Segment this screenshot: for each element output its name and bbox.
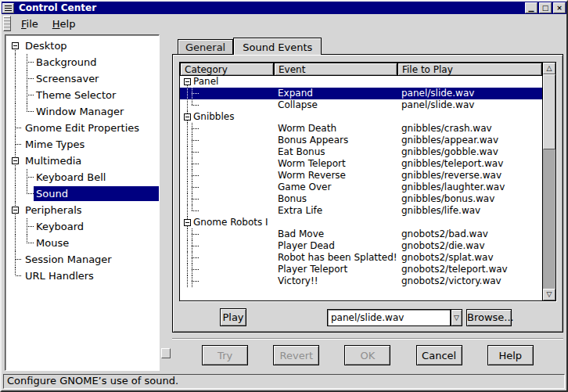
sidebar-item-desktop[interactable]: Desktop bbox=[5, 38, 159, 54]
table-row[interactable]: Robot has been Splatted!gnobots2/splat.w… bbox=[180, 252, 542, 264]
sidebar-item-label: Background bbox=[34, 55, 101, 70]
column-header-event[interactable]: Event bbox=[274, 63, 397, 76]
table-row[interactable]: Victory!!gnobots2/victory.wav bbox=[180, 275, 542, 287]
main-area: DesktopBackgroundScreensaverTheme Select… bbox=[2, 33, 566, 374]
table-row[interactable]: Bonus Appearsgnibbles/appear.wav bbox=[180, 135, 542, 146]
tree-connector-line bbox=[187, 240, 188, 252]
maximize-icon[interactable]: □ bbox=[539, 2, 552, 13]
sidebar-item-mouse[interactable]: Mouse bbox=[5, 235, 159, 251]
event-cell: Extra Life bbox=[274, 205, 397, 217]
scroll-up-icon[interactable]: △ bbox=[543, 63, 555, 74]
table-row[interactable]: Worm Reversegnibbles/reverse.wav bbox=[180, 170, 542, 182]
menu-file[interactable]: File bbox=[14, 16, 45, 31]
sidebar-item-label: URL Handlers bbox=[23, 268, 98, 283]
play-button[interactable]: Play bbox=[220, 308, 246, 326]
table-row[interactable]: Gnibbles bbox=[180, 111, 542, 123]
pane-resize-handle[interactable] bbox=[161, 348, 171, 358]
table-row[interactable]: Collapsepanel/slide.wav bbox=[180, 99, 542, 111]
file-cell: gnobots2/victory.wav bbox=[397, 275, 542, 287]
sidebar-item-label: Theme Selector bbox=[34, 88, 120, 102]
event-cell: Player Teleport bbox=[274, 264, 397, 275]
tree-connector-line bbox=[187, 88, 188, 99]
sidebar-item-gnome-edit-properties[interactable]: Gnome Edit Properties bbox=[5, 120, 159, 136]
event-cell: Worm Reverse bbox=[274, 170, 397, 182]
sidebar-item-url-handlers[interactable]: URL Handlers bbox=[5, 268, 159, 284]
menubar-grip-handle[interactable] bbox=[3, 16, 11, 31]
event-cell: Bonus bbox=[274, 193, 397, 205]
sidebar-item-multimedia[interactable]: Multimedia bbox=[5, 153, 159, 169]
cancel-button[interactable]: Cancel bbox=[416, 345, 462, 365]
window-menu-icon[interactable] bbox=[2, 3, 14, 13]
column-header-file-to-play[interactable]: File to Play bbox=[397, 63, 542, 76]
help-button[interactable]: Help bbox=[487, 345, 534, 365]
tree-connector-line bbox=[15, 268, 16, 275]
sidebar-item-sound[interactable]: Sound bbox=[5, 185, 159, 202]
tab-general[interactable]: General bbox=[178, 39, 233, 54]
table-row[interactable]: Panel bbox=[180, 76, 542, 88]
column-header-category[interactable]: Category bbox=[180, 63, 274, 76]
tree-expander-minus-icon[interactable] bbox=[12, 157, 19, 164]
sidebar-item-window-manager[interactable]: Window Manager bbox=[5, 103, 159, 120]
notebook-tabs: GeneralSound Events bbox=[172, 34, 563, 54]
table-row[interactable]: Bonusgnibbles/bonus.wav bbox=[180, 193, 542, 205]
tree-connector-line bbox=[15, 103, 16, 120]
table-row[interactable]: Player Deadgnobots2/die.wav bbox=[180, 240, 542, 252]
tree-expander-minus-icon[interactable] bbox=[12, 207, 19, 214]
table-row[interactable]: Extra Lifegnibbles/life.wav bbox=[180, 205, 542, 217]
tree-connector-line bbox=[187, 193, 188, 205]
tree-expander-minus-icon[interactable] bbox=[184, 219, 191, 226]
tree-connector-line bbox=[15, 218, 16, 235]
browse-button[interactable]: Browse... bbox=[466, 309, 512, 326]
tree-expander-minus-icon[interactable] bbox=[184, 78, 191, 85]
tree-connector-line bbox=[187, 170, 188, 182]
sound-file-controls: Play ▽ Browse... bbox=[179, 308, 556, 326]
scrollbar-trough[interactable] bbox=[543, 149, 555, 289]
tree-connector-line bbox=[15, 169, 16, 185]
sidebar-item-theme-selector[interactable]: Theme Selector bbox=[5, 87, 159, 103]
tree-connector-line bbox=[187, 264, 188, 275]
close-icon[interactable]: × bbox=[553, 2, 566, 13]
table-scrollbar[interactable]: △ ▽ bbox=[542, 63, 555, 300]
table-row[interactable]: Expandpanel/slide.wav bbox=[180, 88, 542, 99]
sidebar-item-keyboard[interactable]: Keyboard bbox=[5, 218, 159, 235]
combo-arrow-icon[interactable]: ▽ bbox=[451, 309, 462, 326]
file-cell: panel/slide.wav bbox=[397, 88, 542, 99]
table-row[interactable]: Game Overgnibbles/laughter.wav bbox=[180, 182, 542, 193]
tree-expander-minus-icon[interactable] bbox=[12, 42, 19, 49]
file-cell: gnobots2/teleport.wav bbox=[397, 264, 542, 275]
table-row[interactable]: Worm Teleportgnibbles/teleport.wav bbox=[180, 158, 542, 170]
event-cell: Player Dead bbox=[274, 240, 397, 252]
table-row[interactable]: Player Teleportgnobots2/teleport.wav bbox=[180, 264, 542, 275]
scrollbar-thumb[interactable] bbox=[543, 74, 555, 149]
minimize-icon[interactable]: ▁ bbox=[525, 2, 537, 13]
scroll-down-icon[interactable]: ▽ bbox=[543, 289, 555, 300]
action-buttons: TryRevertOKCancelHelp bbox=[172, 340, 563, 371]
tree-connector-line bbox=[27, 103, 27, 111]
tree-connector-line bbox=[187, 252, 188, 264]
tree-connector-line bbox=[192, 93, 199, 94]
sidebar-item-session-manager[interactable]: Session Manager bbox=[5, 251, 159, 268]
pane-divider bbox=[160, 34, 172, 371]
sound-file-input[interactable] bbox=[327, 309, 451, 326]
menu-help[interactable]: Help bbox=[45, 16, 83, 31]
sidebar-item-label: Window Manager bbox=[34, 104, 128, 119]
sidebar-item-background[interactable]: Background bbox=[5, 54, 159, 70]
sidebar-item-label: Mime Types bbox=[23, 137, 88, 152]
event-cell: Worm Teleport bbox=[274, 158, 397, 170]
tree-expander-minus-icon[interactable] bbox=[184, 113, 191, 120]
sidebar-item-peripherals[interactable]: Peripherals bbox=[5, 202, 159, 218]
table-row[interactable]: Worm Deathgnibbles/crash.wav bbox=[180, 123, 542, 135]
table-row[interactable]: Eat Bonusgnibbles/gobble.wav bbox=[180, 146, 542, 158]
sound-events-page: CategoryEventFile to Play PanelExpandpan… bbox=[172, 54, 563, 333]
table-row[interactable]: Bad Movegnobots2/bad.wav bbox=[180, 228, 542, 240]
table-row[interactable]: Gnome Robots I bbox=[180, 217, 542, 228]
tree-connector-line bbox=[15, 87, 16, 103]
sidebar-item-label: Keyboard Bell bbox=[34, 170, 110, 185]
sidebar-item-mime-types[interactable]: Mime Types bbox=[5, 136, 159, 153]
ok-button: OK bbox=[344, 345, 390, 365]
sidebar-item-screensaver[interactable]: Screensaver bbox=[5, 70, 159, 87]
sidebar-item-keyboard-bell[interactable]: Keyboard Bell bbox=[5, 169, 159, 185]
tab-sound-events[interactable]: Sound Events bbox=[233, 38, 322, 55]
table-body: PanelExpandpanel/slide.wavCollapsepanel/… bbox=[180, 76, 542, 300]
tree-connector-line bbox=[192, 210, 199, 211]
